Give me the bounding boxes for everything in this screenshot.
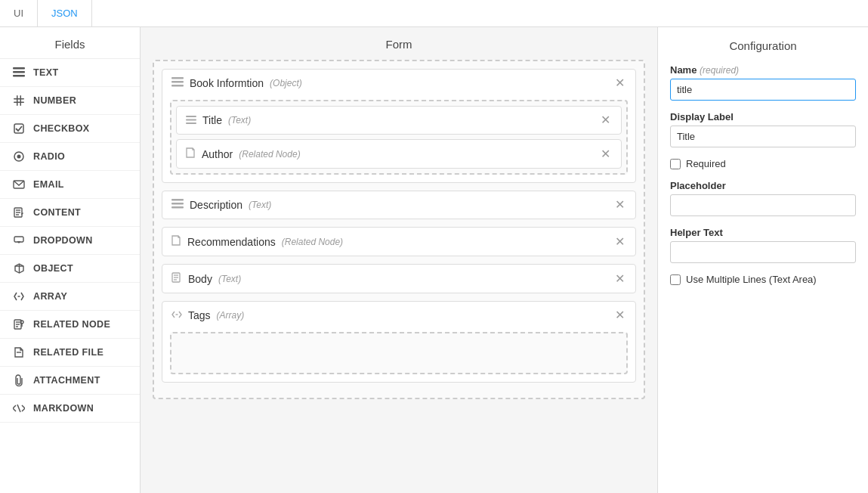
form-block-tags: Tags (Array) ✕ [162, 301, 636, 383]
recommendations-field-label: Recommendations [187, 236, 276, 248]
body-field-label: Body [188, 273, 212, 285]
form-block-title-header: Title (Text) ✕ [177, 107, 621, 134]
svg-rect-33 [186, 119, 196, 121]
sidebar-item-related-node-label: RELATED NODE [33, 319, 110, 330]
sidebar-item-checkbox[interactable]: CHECKBOX [0, 115, 140, 143]
svg-rect-1 [13, 71, 25, 73]
svg-rect-35 [171, 199, 184, 201]
checkbox-icon [12, 122, 26, 135]
fields-sidebar: Fields TEXT NUMBER [0, 27, 141, 493]
svg-rect-34 [186, 122, 196, 124]
config-name-input[interactable] [670, 79, 856, 101]
sidebar-item-email[interactable]: EMAIL [0, 171, 140, 199]
config-multiple-lines-label[interactable]: Use Multiple Lines (Text Area) [686, 274, 817, 285]
svg-rect-31 [171, 85, 184, 87]
author-field-remove-button[interactable]: ✕ [599, 148, 612, 160]
body-icon [171, 272, 182, 285]
sidebar-item-dropdown[interactable]: DROPDOWN [0, 227, 140, 255]
tab-ui[interactable]: UI [0, 0, 38, 26]
svg-rect-37 [171, 206, 184, 209]
title-icon [186, 114, 196, 126]
dropdown-icon [12, 234, 26, 247]
svg-rect-7 [14, 124, 23, 133]
sidebar-item-object[interactable]: OBJECT [0, 255, 140, 283]
body-field-type: (Text) [218, 274, 241, 284]
sidebar-item-array[interactable]: ARRAY [0, 283, 140, 311]
sidebar-item-number-label: NUMBER [33, 95, 76, 106]
sidebar-item-number[interactable]: NUMBER [0, 87, 140, 115]
form-block-tags-title: Tags (Array) [171, 309, 244, 321]
config-display-label-input[interactable] [670, 126, 856, 147]
config-helper-text-input[interactable] [670, 241, 856, 263]
config-display-label-field: Display Label [670, 111, 856, 147]
form-block-body-title: Body (Text) [171, 272, 241, 285]
related-file-icon [12, 346, 26, 359]
tags-icon [171, 309, 182, 321]
svg-rect-3 [17, 95, 18, 106]
sidebar-item-attachment[interactable]: ATTACHMENT [0, 367, 140, 395]
sidebar-item-attachment-label: ATTACHMENT [33, 375, 100, 386]
book-info-icon [171, 77, 184, 89]
config-required-checkbox[interactable] [670, 159, 681, 169]
object-box-icon [12, 262, 26, 275]
svg-rect-32 [186, 116, 196, 117]
svg-rect-15 [14, 237, 23, 242]
config-required-label[interactable]: Required [686, 158, 726, 169]
sidebar-item-related-file-label: RELATED FILE [33, 347, 103, 358]
sidebar-item-text[interactable]: TEXT [0, 59, 140, 87]
description-field-label: Description [190, 199, 242, 211]
tags-remove-button[interactable]: ✕ [613, 309, 626, 321]
body-remove-button[interactable]: ✕ [613, 273, 626, 285]
svg-rect-6 [14, 102, 24, 104]
form-block-author: Author (Related Node) ✕ [176, 139, 622, 169]
form-block-title-title: Title (Text) [186, 114, 251, 126]
config-multiple-lines-row: Use Multiple Lines (Text Area) [670, 274, 856, 285]
tags-array-inner [170, 332, 628, 374]
sidebar-item-content-label: CONTENT [33, 207, 81, 218]
svg-rect-29 [171, 77, 184, 79]
form-block-book-info: Book Informtion (Object) ✕ [162, 69, 636, 183]
config-placeholder-field: Placeholder [670, 180, 856, 216]
sidebar-item-radio[interactable]: RADIO [0, 143, 140, 171]
config-helper-text-label: Helper Text [670, 227, 856, 238]
recommendations-remove-button[interactable]: ✕ [613, 236, 626, 248]
sidebar-item-array-label: ARRAY [33, 291, 67, 302]
config-helper-text-field: Helper Text [670, 227, 856, 263]
tab-json[interactable]: JSON [38, 0, 92, 26]
title-field-label: Title [202, 114, 222, 126]
fields-header: Fields [0, 27, 140, 59]
book-info-label: Book Informtion [190, 77, 264, 89]
sidebar-item-related-file[interactable]: RELATED FILE [0, 339, 140, 367]
array-icon [12, 290, 26, 303]
sidebar-item-dropdown-label: DROPDOWN [33, 235, 93, 246]
title-field-remove-button[interactable]: ✕ [599, 114, 612, 126]
form-area: Form Book Informtion (Object [141, 27, 658, 493]
sidebar-item-object-label: OBJECT [33, 263, 73, 274]
form-block-recommendations-title: Recommendations (Related Node) [171, 235, 343, 248]
form-block-body: Body (Text) ✕ [162, 264, 636, 293]
book-info-type: (Object) [270, 78, 302, 88]
config-placeholder-input[interactable] [670, 194, 856, 216]
sidebar-item-email-label: EMAIL [33, 179, 64, 190]
svg-rect-0 [13, 67, 25, 70]
form-block-author-title: Author (Related Node) [186, 147, 301, 160]
author-field-label: Author [202, 148, 233, 160]
paperclip-icon [12, 374, 26, 387]
form-block-author-header: Author (Related Node) ✕ [177, 140, 621, 168]
description-remove-button[interactable]: ✕ [613, 199, 626, 211]
sidebar-item-radio-label: RADIO [33, 151, 65, 162]
envelope-icon [12, 178, 26, 191]
form-block-book-info-header: Book Informtion (Object) ✕ [162, 70, 635, 97]
description-icon [171, 199, 184, 211]
sidebar-item-checkbox-label: CHECKBOX [33, 123, 90, 134]
sidebar-item-content[interactable]: CONTENT [0, 199, 140, 227]
content-pencil-icon [12, 206, 26, 219]
related-node-icon [12, 318, 26, 331]
config-multiple-lines-checkbox[interactable] [670, 274, 681, 285]
sidebar-item-related-node[interactable]: RELATED NODE [0, 311, 140, 339]
book-info-remove-button[interactable]: ✕ [613, 77, 626, 89]
svg-rect-2 [13, 75, 25, 77]
main-layout: Fields TEXT NUMBER [0, 27, 868, 493]
sidebar-item-markdown[interactable]: MARKDOWN [0, 395, 140, 423]
svg-point-25 [20, 321, 23, 324]
